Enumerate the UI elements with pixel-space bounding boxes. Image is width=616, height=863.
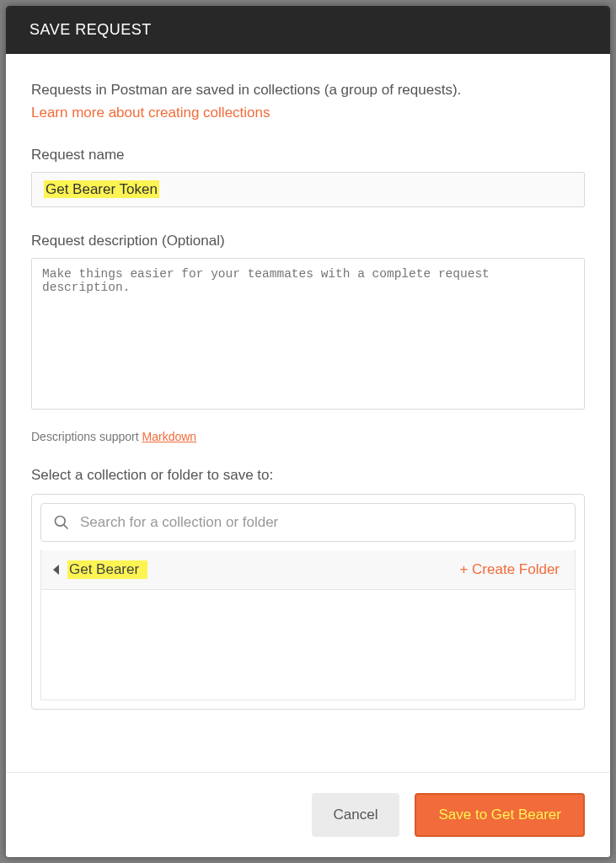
request-name-input[interactable]: Get Bearer Token <box>31 172 585 207</box>
folder-contents-empty <box>40 590 576 700</box>
collection-search-row[interactable] <box>40 503 576 542</box>
modal-body: Requests in Postman are saved in collect… <box>6 54 610 772</box>
collection-search-input[interactable] <box>80 514 563 531</box>
description-note: Descriptions support Markdown <box>31 430 585 443</box>
learn-more-link[interactable]: Learn more about creating collections <box>31 105 271 121</box>
intro-text: Requests in Postman are saved in collect… <box>31 79 585 101</box>
svg-line-1 <box>64 524 68 528</box>
caret-left-icon <box>53 565 59 575</box>
svg-point-0 <box>56 516 66 526</box>
save-button-label: Save to Get Bearer <box>438 807 561 823</box>
request-name-label: Request name <box>31 147 585 163</box>
collection-selector: Get Bearer + Create Folder <box>31 494 585 710</box>
select-collection-label: Select a collection or folder to save to… <box>31 467 585 484</box>
request-description-label: Request description (Optional) <box>31 233 585 249</box>
search-icon <box>53 514 70 531</box>
save-button[interactable]: Save to Get Bearer <box>415 793 585 837</box>
save-request-modal: SAVE REQUEST Requests in Postman are sav… <box>6 6 610 857</box>
modal-header: SAVE REQUEST <box>6 6 610 54</box>
modal-title: SAVE REQUEST <box>29 21 152 38</box>
modal-footer: Cancel Save to Get Bearer <box>6 772 610 857</box>
request-name-value: Get Bearer Token <box>44 180 159 198</box>
current-folder-name: Get Bearer <box>67 560 147 579</box>
current-folder-row[interactable]: Get Bearer + Create Folder <box>40 550 576 590</box>
create-folder-button[interactable]: + Create Folder <box>459 561 560 578</box>
description-note-prefix: Descriptions support <box>31 430 142 443</box>
markdown-link[interactable]: Markdown <box>142 430 197 443</box>
request-description-textarea[interactable] <box>31 258 585 410</box>
cancel-button[interactable]: Cancel <box>312 793 400 837</box>
